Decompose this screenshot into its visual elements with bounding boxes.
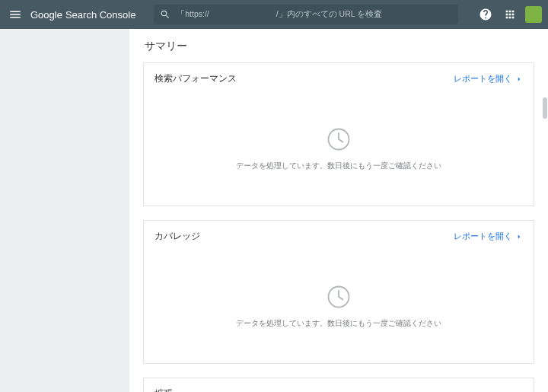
- hamburger-icon: [8, 8, 22, 21]
- body: サマリー 検索パフォーマンス レポートを開く データを処理しています。数日: [0, 29, 548, 392]
- brand[interactable]: Google Search Console: [30, 9, 135, 21]
- app-root: Google Search Console 「https:// /」内のすべての…: [0, 0, 548, 392]
- card-header: 検索パフォーマンス レポートを開く: [144, 63, 534, 91]
- search-wrap: 「https:// /」内のすべての URL を検査: [142, 5, 470, 24]
- account-avatar[interactable]: [525, 6, 542, 23]
- brand-google: Google: [30, 9, 62, 21]
- chevron-right-icon: [515, 233, 523, 241]
- card-search-performance: 検索パフォーマンス レポートを開く データを処理しています。数日後にもう一度ご確…: [143, 62, 534, 206]
- processing-message: データを処理しています。数日後にもう一度ご確認ください: [236, 318, 441, 329]
- apps-button[interactable]: [501, 5, 519, 24]
- card-title: カバレッジ: [155, 230, 200, 243]
- card-title: 検索パフォーマンス: [155, 72, 237, 85]
- processing-message: データを処理しています。数日後にもう一度ご確認ください: [236, 161, 441, 171]
- search-placeholder-text: 「https:// /」内のすべての URL を検査: [177, 9, 452, 20]
- card-header: カバレッジ レポートを開く: [144, 221, 534, 249]
- page-title: サマリー: [143, 29, 534, 62]
- help-button[interactable]: [476, 5, 495, 24]
- open-report-link-performance[interactable]: レポートを開く: [454, 74, 523, 84]
- left-sidebar: [0, 29, 129, 392]
- apps-grid-icon: [504, 8, 516, 21]
- clock-icon: [325, 283, 352, 311]
- open-report-label: レポートを開く: [454, 231, 512, 242]
- help-icon: [479, 8, 492, 21]
- scrollbar-thumb[interactable]: [543, 97, 547, 119]
- app-header: Google Search Console 「https:// /」内のすべての…: [0, 0, 548, 29]
- menu-button[interactable]: [6, 5, 24, 24]
- open-report-label: レポートを開く: [454, 74, 512, 84]
- chevron-right-icon: [515, 75, 523, 83]
- card-enhancements: 拡張: [143, 378, 534, 392]
- card-title: 拡張: [155, 387, 173, 392]
- card-coverage: カバレッジ レポートを開く データを処理しています。数日後にもう一度ご確認くださ…: [143, 220, 534, 364]
- card-header: 拡張: [144, 378, 534, 392]
- clock-icon: [325, 126, 352, 153]
- card-body: データを処理しています。数日後にもう一度ご確認ください: [144, 91, 534, 206]
- main-inner: サマリー 検索パフォーマンス レポートを開く データを処理しています。数日: [129, 29, 548, 392]
- search-icon: [160, 9, 170, 20]
- main-content[interactable]: サマリー 検索パフォーマンス レポートを開く データを処理しています。数日: [129, 29, 548, 392]
- url-inspect-search[interactable]: 「https:// /」内のすべての URL を検査: [154, 5, 458, 24]
- card-body: データを処理しています。数日後にもう一度ご確認ください: [144, 249, 534, 363]
- brand-product: Search Console: [65, 9, 136, 21]
- open-report-link-coverage[interactable]: レポートを開く: [454, 231, 523, 242]
